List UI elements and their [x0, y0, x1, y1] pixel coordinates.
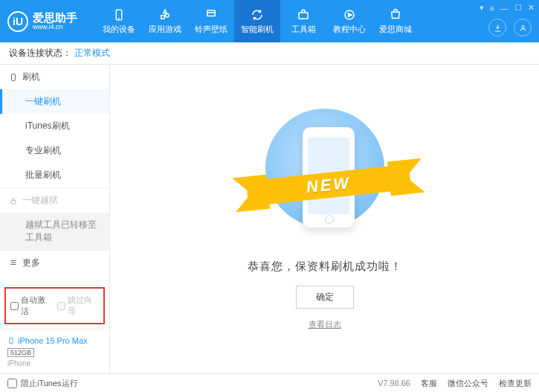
- footer-link-update[interactable]: 检查更新: [499, 378, 532, 389]
- sidebar-item-batch-flash[interactable]: 批量刷机: [0, 163, 109, 187]
- checkbox-block-itunes[interactable]: 阻止iTunes运行: [7, 378, 78, 389]
- nav-tutorial[interactable]: 教程中心: [326, 0, 372, 42]
- more-icon: [9, 258, 18, 267]
- brand-logo: iU 爱思助手 www.i4.cn: [7, 11, 77, 32]
- version-text: V7.98.66: [378, 379, 410, 388]
- success-illustration: NEW: [251, 109, 399, 246]
- sidebar-section-flash[interactable]: 刷机: [0, 65, 109, 89]
- svg-point-7: [521, 25, 523, 28]
- close-icon[interactable]: ✕: [528, 3, 535, 13]
- sidebar-item-itunes-flash[interactable]: iTunes刷机: [0, 114, 109, 138]
- refresh-icon: [251, 8, 264, 22]
- toolbox-icon: [297, 8, 310, 22]
- app-header: iU 爱思助手 www.i4.cn 我的设备 应用游戏 铃声壁纸 智能刷机 工具…: [0, 0, 539, 42]
- status-bar: 设备连接状态： 正常模式: [0, 42, 539, 65]
- footer: 阻止iTunes运行 V7.98.66 客服 微信公众号 检查更新: [0, 373, 539, 392]
- header-actions: [488, 19, 532, 36]
- svg-rect-9: [11, 200, 16, 204]
- menu-icon[interactable]: ▾: [480, 3, 484, 13]
- user-button[interactable]: [514, 19, 532, 36]
- music-icon: [204, 8, 218, 22]
- nav-flash[interactable]: 智能刷机: [234, 0, 280, 42]
- sidebar-section-jailbreak: 一键越狱: [0, 188, 109, 213]
- device-model: iPhone: [7, 359, 102, 367]
- book-icon: [343, 8, 356, 22]
- checkbox-skip-guide[interactable]: 跳过向导: [57, 295, 100, 317]
- device-capacity: 512GB: [7, 348, 34, 357]
- svg-rect-4: [299, 13, 308, 19]
- window-controls: ▾ ≡ — ☐ ✕: [480, 3, 535, 13]
- success-message: 恭喜您，保资料刷机成功啦！: [248, 260, 402, 274]
- nav-my-device[interactable]: 我的设备: [96, 0, 142, 42]
- device-info: iPhone 15 Pro Max 512GB iPhone: [0, 329, 109, 373]
- ok-button[interactable]: 确定: [296, 286, 354, 309]
- minimize-icon[interactable]: —: [500, 4, 509, 13]
- phone-icon: [9, 73, 18, 82]
- svg-marker-6: [349, 13, 352, 16]
- device-name[interactable]: iPhone 15 Pro Max: [7, 335, 102, 346]
- nav-ringtone[interactable]: 铃声壁纸: [188, 0, 234, 42]
- sidebar-section-more[interactable]: 更多: [0, 251, 109, 275]
- footer-link-support[interactable]: 客服: [421, 378, 437, 389]
- options-highlighted: 自动激活 跳过向导: [4, 287, 105, 324]
- view-log-link[interactable]: 查看日志: [309, 319, 341, 330]
- lock-icon: [9, 196, 18, 205]
- sidebar-item-pro-flash[interactable]: 专业刷机: [0, 138, 109, 163]
- sidebar: 刷机 一键刷机 iTunes刷机 专业刷机 批量刷机 一键越狱 越狱工具已转移至…: [0, 65, 110, 373]
- sidebar-item-jailbreak-note[interactable]: 越狱工具已转移至工具箱: [0, 213, 109, 250]
- main-content: NEW 恭喜您，保资料刷机成功啦！ 确定 查看日志: [110, 65, 539, 373]
- nav-toolbox[interactable]: 工具箱: [280, 0, 326, 42]
- brand-name: 爱思助手: [33, 12, 77, 23]
- svg-rect-8: [12, 74, 16, 80]
- svg-rect-13: [10, 338, 13, 344]
- footer-link-wechat[interactable]: 微信公众号: [448, 378, 488, 389]
- maximize-icon[interactable]: ☐: [514, 3, 522, 13]
- status-label: 设备连接状态：: [9, 47, 71, 60]
- nav-store[interactable]: 爱思商城: [372, 0, 419, 42]
- cart-icon: [389, 8, 402, 22]
- download-button[interactable]: [488, 19, 506, 36]
- settings-icon[interactable]: ≡: [490, 4, 494, 13]
- apps-icon: [158, 8, 172, 22]
- status-value: 正常模式: [74, 47, 110, 60]
- checkbox-auto-activate[interactable]: 自动激活: [10, 295, 53, 317]
- device-icon: [7, 335, 15, 346]
- sidebar-item-onekey-flash[interactable]: 一键刷机: [0, 89, 109, 114]
- brand-site: www.i4.cn: [33, 23, 77, 31]
- nav-apps[interactable]: 应用游戏: [142, 0, 188, 42]
- phone-icon: [112, 8, 126, 22]
- top-nav: 我的设备 应用游戏 铃声壁纸 智能刷机 工具箱 教程中心 爱思商城: [96, 0, 419, 42]
- logo-icon: iU: [7, 11, 28, 32]
- sidebar-item-other-tools[interactable]: 其他工具: [0, 275, 109, 283]
